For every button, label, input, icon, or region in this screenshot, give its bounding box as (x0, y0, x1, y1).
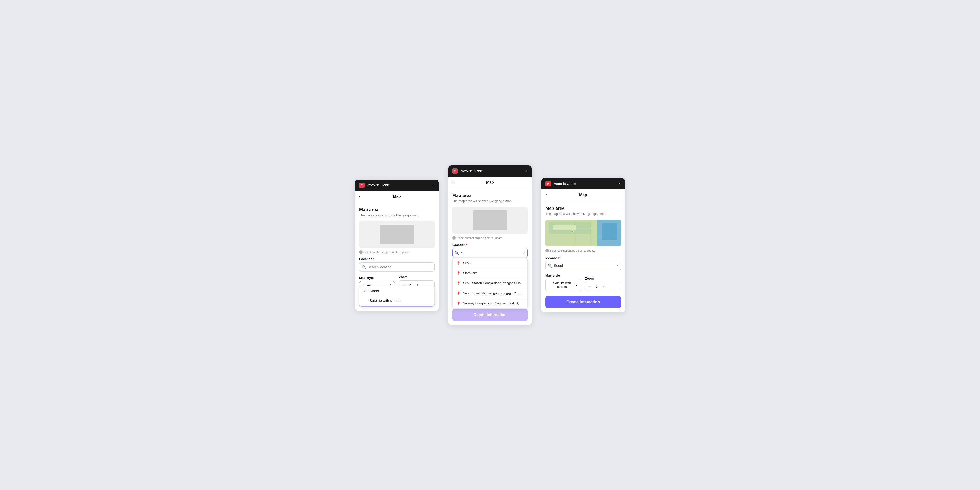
map-style-group-3: Map style Satellite with streets ∨ (546, 274, 581, 291)
footer-2: Create interaction (449, 309, 531, 325)
zoom-minus-3[interactable]: − (585, 282, 593, 291)
search-icon-2: 🔍 (455, 251, 459, 255)
pin-icon-2a: 📍 (457, 261, 461, 265)
svg-rect-3 (454, 172, 455, 172)
map-placeholder-1 (380, 225, 414, 244)
info-icon-3: i (546, 249, 549, 252)
pin-icon-2e: 📍 (457, 301, 461, 305)
titlebar-left-2: ProtoPie Genie (452, 168, 483, 174)
dropdown-item-street-1[interactable]: ✓ Street (360, 286, 434, 296)
nav-title-2: Map (486, 180, 494, 185)
location-input-1[interactable] (359, 262, 434, 272)
svg-rect-5 (547, 185, 548, 185)
titlebar-2: ProtoPie Genie × (449, 165, 531, 177)
titlebar-left-3: ProtoPie Genie (546, 181, 576, 186)
autocomplete-item-seoul-2[interactable]: 📍 Seoul (452, 258, 528, 268)
nav-1: ‹ Map (355, 191, 439, 202)
section-title-1: Map area (359, 207, 434, 212)
map-preview-1 (359, 221, 434, 248)
clear-icon-2[interactable]: × (523, 251, 525, 255)
panel-1: ProtoPie Genie × ‹ Map Map area The map … (355, 180, 439, 311)
body-3: Map area The map area will show a live g… (541, 201, 625, 296)
search-icon-1: 🔍 (362, 265, 366, 269)
helper-text-1: i Select another shape object to update (359, 250, 434, 254)
location-label-3: Location* (546, 256, 621, 259)
section-desc-3: The map area will show a live google map (546, 212, 621, 216)
map-style-label-1: Map style (359, 276, 395, 280)
nav-title-3: Map (579, 193, 587, 197)
create-interaction-button-3[interactable]: Create interaction (546, 296, 621, 308)
pin-icon-2d: 📍 (457, 291, 461, 295)
section-title-2: Map area (452, 193, 528, 198)
panel-3: ProtoPie Genie × ‹ Map Map area The map … (541, 178, 625, 312)
clear-icon-3[interactable]: × (616, 264, 618, 267)
protopie-logo-1 (359, 183, 364, 188)
helper-text-2: i Select another shape object to update (452, 236, 528, 240)
info-icon-1: i (359, 250, 363, 254)
map-style-menu-1: ✓ Street ✓ Satellite with streets (359, 286, 434, 306)
back-button-3[interactable]: ‹ (546, 192, 547, 197)
autocomplete-item-subway-2[interactable]: 📍 Subway Dongja-dong, Yongsan District,.… (452, 298, 528, 308)
section-desc-1: The map area will show a live google map (359, 213, 434, 217)
section-title-3: Map area (546, 206, 621, 211)
close-button-3[interactable]: × (619, 182, 621, 186)
zoom-label-3: Zoom (585, 277, 621, 280)
pin-icon-2c: 📍 (457, 281, 461, 285)
svg-rect-1 (361, 186, 362, 186)
map-style-dropdown-3[interactable]: Satellite with streets ∨ (546, 279, 581, 291)
zoom-value-3: 5 (593, 282, 600, 291)
map-real-3 (546, 220, 621, 247)
map-placeholder-2 (473, 210, 507, 230)
body-1: Map area The map area will show a live g… (355, 202, 439, 294)
close-button-2[interactable]: × (525, 169, 528, 173)
titlebar-appname-1: ProtoPie Genie (366, 183, 390, 187)
location-label-1: Location* (359, 257, 434, 261)
protopie-logo-3 (546, 181, 551, 186)
titlebar-appname-3: ProtoPie Genie (553, 182, 576, 186)
nav-title-1: Map (393, 194, 401, 199)
autocomplete-item-seoultower-2[interactable]: 📍 Seoul Tower Namsangongwong-gil, Yon... (452, 288, 528, 298)
create-interaction-button-2[interactable]: Create interaction (452, 309, 528, 321)
dropdown-item-satellite-1[interactable]: ✓ Satellite with streets (360, 296, 434, 305)
location-input-3[interactable] (546, 261, 621, 270)
info-icon-2: i (452, 236, 456, 240)
location-input-wrap-2: 🔍 × 📍 Seoul 📍 Starbucks 📍 Seoul Station … (452, 248, 528, 258)
body-2: Map area The map area will show a live g… (449, 188, 531, 309)
titlebar-left-1: ProtoPie Genie (359, 183, 390, 188)
nav-3: ‹ Map (541, 189, 625, 201)
map-preview-2 (452, 207, 528, 234)
nav-2: ‹ Map (449, 177, 531, 188)
helper-text-3: i Select another shape object to update (546, 249, 621, 252)
back-button-2[interactable]: ‹ (452, 180, 454, 185)
autocomplete-item-starbucks-2[interactable]: 📍 Starbucks (452, 268, 528, 278)
location-input-wrap-1: 🔍 (359, 262, 434, 272)
titlebar-1: ProtoPie Genie × (355, 180, 439, 191)
panel-2: ProtoPie Genie × ‹ Map Map area The map … (449, 165, 531, 325)
location-input-wrap-3: 🔍 × (546, 261, 621, 270)
autocomplete-dropdown-2: 📍 Seoul 📍 Starbucks 📍 Seoul Station Dong… (452, 258, 528, 309)
location-input-2[interactable] (452, 248, 528, 258)
titlebar-appname-2: ProtoPie Genie (460, 169, 483, 173)
map-style-label-3: Map style (546, 274, 581, 277)
footer-3: Create interaction (541, 296, 625, 312)
zoom-group-3: Zoom − 5 + (585, 277, 621, 291)
map-preview-3 (546, 220, 621, 247)
location-label-2: Location* (452, 243, 528, 247)
zoom-plus-3[interactable]: + (600, 282, 608, 291)
chevron-down-icon-3: ∨ (576, 283, 578, 286)
protopie-logo-2 (452, 168, 458, 174)
titlebar-3: ProtoPie Genie × (541, 178, 625, 189)
check-icon-1b: ✓ (363, 299, 367, 302)
section-desc-2: The map area will show a live google map (452, 199, 528, 203)
check-icon-1: ✓ (363, 289, 367, 293)
back-button-1[interactable]: ‹ (359, 194, 361, 199)
zoom-label-1: Zoom (399, 275, 434, 279)
close-button-1[interactable]: × (433, 183, 434, 187)
pin-icon-2b: 📍 (457, 271, 461, 275)
search-icon-3: 🔍 (548, 264, 552, 267)
zoom-control-3: − 5 + (585, 282, 621, 291)
autocomplete-item-seoulstation-2[interactable]: 📍 Seoul Station Dongja-dong, Yongsan Dis… (452, 278, 528, 288)
